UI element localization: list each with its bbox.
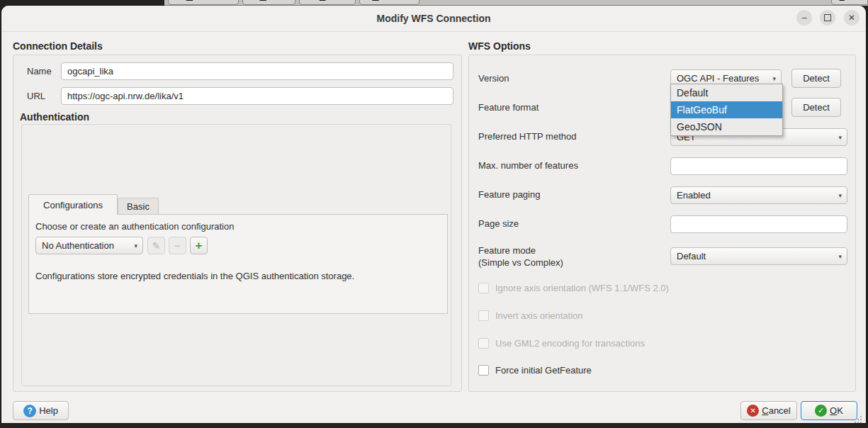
authentication-header: Authentication [20, 111, 89, 123]
url-input[interactable] [61, 87, 453, 105]
url-label: URL [27, 91, 45, 101]
config-storage-note: Configurations store encrypted credentia… [35, 271, 354, 281]
tab-configurations-label: Configurations [43, 200, 103, 210]
background-remove-button[interactable]: Remove [359, 0, 419, 5]
invert-axis-orientation-label: Invert axis orientation [495, 310, 583, 321]
auth-config-value: No Authentication [42, 240, 114, 251]
version-detect-button[interactable]: Detect [791, 69, 841, 88]
close-icon: ✕ [848, 13, 855, 23]
feature-mode-select[interactable]: Default ▾ [670, 247, 847, 265]
checkbox-gml2-encoding [478, 338, 489, 349]
remove-config-button: − [169, 237, 186, 254]
check-icon: ✓ [815, 405, 827, 417]
minimize-icon: – [802, 13, 807, 23]
background-toolbar: Connect New Edit Remove Load [164, 0, 868, 6]
background-edit-button[interactable]: Edit [299, 0, 356, 5]
feature-paging-value: Enabled [677, 190, 711, 201]
max-features-label: Max. number of features [478, 160, 578, 171]
tab-basic-label: Basic [127, 201, 150, 212]
ignore-axis-orientation-label: Ignore axis orientation (WFS 1.1/WFS 2.0… [495, 283, 669, 293]
plus-icon: + [196, 239, 203, 253]
dropdown-item-geojson[interactable]: GeoJSON [671, 118, 782, 135]
background-load-button[interactable]: Load [831, 0, 868, 5]
tab-basic[interactable]: Basic [118, 198, 159, 214]
help-icon: ? [23, 405, 36, 417]
dropdown-item-default[interactable]: Default [671, 84, 782, 101]
pencil-icon: ✎ [152, 240, 161, 252]
page-size-input[interactable] [670, 215, 847, 233]
name-label: Name [27, 66, 52, 77]
maximize-icon [824, 14, 831, 21]
chevron-down-icon: ▾ [134, 242, 137, 249]
background-new-button[interactable]: New [242, 0, 295, 5]
cancel-icon: ✕ [747, 405, 759, 417]
checkbox-ignore-axis-orientation [478, 283, 489, 293]
version-label: Version [478, 73, 509, 84]
close-button[interactable]: ✕ [844, 10, 859, 26]
wfs-options-header: WFS Options [468, 40, 531, 52]
checkbox-force-initial-getfeature[interactable] [478, 365, 489, 376]
background-connect-button[interactable]: Connect [168, 0, 239, 5]
max-features-input[interactable] [670, 157, 847, 175]
auth-config-select[interactable]: No Authentication ▾ [35, 237, 143, 254]
feature-paging-select[interactable]: Enabled ▾ [670, 186, 847, 204]
feature-mode-label: Feature mode (Simple vs Complex) [478, 244, 563, 269]
http-method-label: Preferred HTTP method [478, 131, 576, 142]
edit-config-button: ✎ [147, 237, 165, 254]
maximize-button[interactable] [820, 10, 835, 26]
minimize-button[interactable]: – [796, 10, 812, 26]
name-input[interactable] [61, 62, 453, 80]
feature-format-label: Feature format [478, 102, 539, 113]
gml2-encoding-label: Use GML2 encoding for transactions [495, 338, 645, 349]
chevron-down-icon: ▾ [772, 75, 776, 82]
resize-grip[interactable] [854, 415, 864, 425]
chevron-down-icon: ▾ [838, 134, 842, 141]
dropdown-item-flatgeobuf[interactable]: FlatGeoBuf [671, 101, 782, 118]
help-button[interactable]: ? Help [13, 401, 69, 420]
minus-icon: − [174, 240, 181, 252]
feature-format-detect-button[interactable]: Detect [791, 98, 841, 117]
configurations-tab-panel: Choose or create an authentication confi… [28, 214, 448, 314]
checkbox-invert-axis-orientation [478, 310, 489, 321]
force-initial-getfeature-label: Force initial GetFeature [495, 365, 592, 376]
connect-label: C [186, 0, 193, 1]
version-dropdown-popup: Default FlatGeoBuf GeoJSON [670, 84, 783, 136]
ok-button[interactable]: ✓ OK [801, 401, 857, 420]
connection-details-header: Connection Details [13, 40, 103, 52]
page-size-label: Page size [478, 218, 519, 229]
version-value: OGC API - Features [677, 73, 759, 84]
tab-configurations[interactable]: Configurations [28, 194, 118, 215]
add-config-button[interactable]: + [190, 237, 208, 254]
cancel-button[interactable]: ✕ Cancel [740, 401, 797, 420]
chevron-down-icon: ▾ [838, 192, 842, 199]
feature-paging-label: Feature paging [478, 189, 540, 200]
titlebar[interactable]: Modify WFS Connection – ✕ [1, 6, 866, 32]
help-label: Help [39, 405, 58, 416]
chevron-down-icon: ▾ [838, 253, 842, 260]
choose-config-label: Choose or create an authentication confi… [35, 221, 234, 232]
modify-wfs-connection-dialog: Modify WFS Connection – ✕ Connection Det… [1, 6, 866, 423]
feature-mode-value: Default [677, 251, 706, 261]
dialog-title: Modify WFS Connection [1, 6, 866, 31]
